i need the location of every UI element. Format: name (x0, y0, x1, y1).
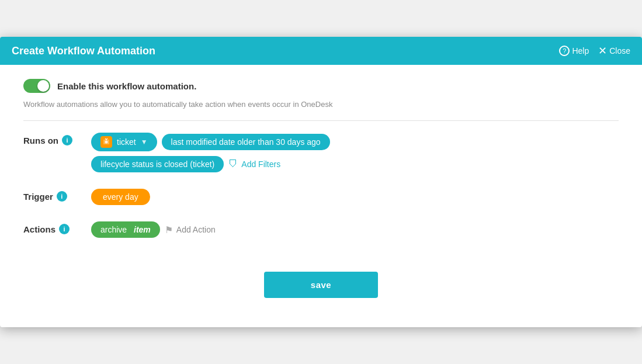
filter2-label: lifecycle status is closed (ticket) (100, 160, 214, 169)
actions-text: Actions (23, 224, 55, 234)
runs-on-text: Runs on (23, 136, 58, 145)
add-action-button[interactable]: ⚑ Add Action (165, 224, 216, 235)
actions-info-icon[interactable]: i (59, 224, 70, 234)
svg-point-0 (105, 141, 108, 144)
dropdown-arrow-icon: ▼ (141, 138, 148, 146)
runs-on-info-icon[interactable]: i (62, 135, 72, 145)
runs-on-label: Runs on i (23, 133, 82, 145)
workflow-modal: Create Workflow Automation ? Help ✕ Clos… (0, 37, 642, 327)
action-pill[interactable]: archive item (91, 221, 160, 238)
close-button[interactable]: ✕ Close (598, 44, 630, 57)
action-object-label: item (134, 225, 151, 234)
divider (23, 120, 619, 121)
ticket-pill[interactable]: ticket ▼ (91, 133, 157, 151)
enable-row: Enable this workflow automation. (23, 79, 619, 93)
trigger-label: Trigger i (23, 189, 82, 202)
ticket-icon (100, 136, 112, 148)
filter1-label: last modified date older than 30 days ag… (171, 137, 321, 147)
header-actions: ? Help ✕ Close (559, 44, 630, 57)
modal-body: Enable this workflow automation. Workflo… (0, 65, 642, 327)
description-text: Workflow automations allow you to automa… (23, 100, 619, 109)
actions-row: Actions i archive item ⚑ Add Action (23, 221, 619, 238)
filter2-pill[interactable]: lifecycle status is closed (ticket) (91, 156, 224, 172)
ticket-label: ticket (117, 137, 136, 147)
trigger-value-pill[interactable]: every day (91, 189, 150, 205)
enable-toggle[interactable] (23, 79, 50, 93)
trigger-value-label: every day (103, 192, 138, 202)
add-filters-button[interactable]: ⛉ Add Filters (228, 159, 280, 169)
close-label: Close (609, 46, 630, 56)
help-label: Help (572, 46, 589, 56)
filter-icon: ⛉ (228, 159, 238, 169)
runs-on-row: Runs on i ticket ▼ (23, 133, 619, 172)
save-button[interactable]: save (264, 272, 378, 298)
trigger-content: every day (91, 189, 619, 205)
toggle-knob (37, 80, 49, 92)
actions-label: Actions i (23, 221, 82, 234)
runs-on-content: ticket ▼ last modified date older than 3… (91, 133, 619, 172)
modal-header: Create Workflow Automation ? Help ✕ Clos… (0, 37, 642, 65)
help-icon: ? (559, 46, 570, 56)
flag-icon: ⚑ (165, 224, 173, 235)
trigger-text: Trigger (23, 192, 53, 202)
modal-title: Create Workflow Automation (12, 45, 155, 57)
save-section: save (23, 254, 619, 310)
trigger-info-icon[interactable]: i (57, 191, 67, 202)
filter1-pill[interactable]: last modified date older than 30 days ag… (162, 134, 330, 150)
action-verb-label: archive (100, 225, 127, 234)
add-filters-label: Add Filters (241, 160, 280, 169)
trigger-row: Trigger i every day (23, 189, 619, 205)
add-action-label: Add Action (176, 225, 216, 234)
actions-content: archive item ⚑ Add Action (91, 221, 619, 238)
help-button[interactable]: ? Help (559, 46, 589, 56)
close-icon: ✕ (598, 44, 607, 57)
enable-label: Enable this workflow automation. (57, 81, 196, 91)
